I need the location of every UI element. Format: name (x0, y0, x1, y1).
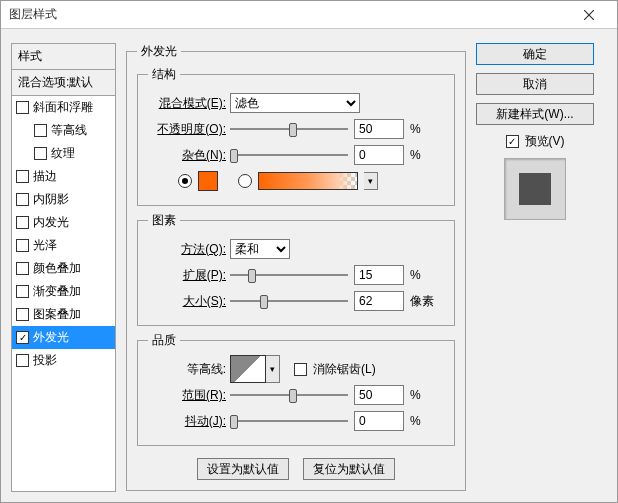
opacity-label: 不透明度(O): (148, 121, 230, 138)
contour-picker[interactable] (230, 355, 266, 383)
preview-checkbox[interactable] (506, 135, 519, 148)
sidebar-subheader[interactable]: 混合选项:默认 (11, 69, 116, 95)
sidebar-item-checkbox[interactable] (16, 239, 29, 252)
elements-legend: 图素 (148, 212, 180, 229)
sidebar-item-3[interactable]: 描边 (12, 165, 115, 188)
quality-legend: 品质 (148, 332, 180, 349)
quality-group: 品质 等高线: ▾ 消除锯齿(L) (137, 332, 455, 446)
gradient-radio[interactable] (238, 174, 252, 188)
sidebar-item-checkbox[interactable] (34, 147, 47, 160)
range-unit: % (410, 388, 421, 402)
size-label: 大小(S): (148, 293, 230, 310)
color-radio[interactable] (178, 174, 192, 188)
sidebar-item-label: 颜色叠加 (33, 260, 81, 277)
outer-glow-panel: 外发光 结构 混合模式(E): 滤色 不透明度(O): % (126, 43, 466, 491)
sidebar-item-checkbox[interactable] (34, 124, 47, 137)
spread-input[interactable] (354, 265, 404, 285)
noise-unit: % (410, 148, 421, 162)
sidebar-item-label: 等高线 (51, 122, 87, 139)
sidebar-item-label: 外发光 (33, 329, 69, 346)
sidebar-item-label: 斜面和浮雕 (33, 99, 93, 116)
sidebar-item-checkbox[interactable] (16, 331, 29, 344)
antialias-checkbox[interactable] (294, 363, 307, 376)
sidebar-item-checkbox[interactable] (16, 308, 29, 321)
noise-input[interactable] (354, 145, 404, 165)
sidebar-item-checkbox[interactable] (16, 216, 29, 229)
sidebar-item-label: 图案叠加 (33, 306, 81, 323)
jitter-label: 抖动(J): (148, 413, 230, 430)
sidebar-item-0[interactable]: 斜面和浮雕 (12, 96, 115, 119)
preview-box (504, 158, 566, 220)
noise-slider[interactable] (230, 145, 348, 165)
sidebar-item-label: 内阴影 (33, 191, 69, 208)
sidebar-item-5[interactable]: 内发光 (12, 211, 115, 234)
sidebar-item-2[interactable]: 纹理 (12, 142, 115, 165)
structure-group: 结构 混合模式(E): 滤色 不透明度(O): % 杂色(N): (137, 66, 455, 206)
sidebar-item-checkbox[interactable] (16, 285, 29, 298)
opacity-unit: % (410, 122, 421, 136)
spread-unit: % (410, 268, 421, 282)
close-button[interactable] (569, 1, 609, 29)
technique-label: 方法(Q): (148, 241, 230, 258)
opacity-input[interactable] (354, 119, 404, 139)
blend-mode-label: 混合模式(E): (148, 95, 230, 112)
contour-dropdown[interactable]: ▾ (266, 355, 280, 383)
titlebar: 图层样式 (1, 1, 617, 29)
close-icon (584, 10, 594, 20)
range-slider[interactable] (230, 385, 348, 405)
noise-label: 杂色(N): (148, 147, 230, 164)
range-label: 范围(R): (148, 387, 230, 404)
style-list: 斜面和浮雕等高线纹理描边内阴影内发光光泽颜色叠加渐变叠加图案叠加外发光投影 (11, 95, 116, 492)
new-style-button[interactable]: 新建样式(W)... (476, 103, 594, 125)
color-swatch[interactable] (198, 171, 218, 191)
jitter-unit: % (410, 414, 421, 428)
sidebar-item-checkbox[interactable] (16, 193, 29, 206)
spread-slider[interactable] (230, 265, 348, 285)
sidebar-item-checkbox[interactable] (16, 354, 29, 367)
sidebar-item-label: 投影 (33, 352, 57, 369)
antialias-label: 消除锯齿(L) (313, 361, 376, 378)
preview-label: 预览(V) (525, 133, 565, 150)
sidebar-item-label: 描边 (33, 168, 57, 185)
technique-select[interactable]: 柔和 (230, 239, 290, 259)
sidebar-header[interactable]: 样式 (11, 43, 116, 69)
jitter-input[interactable] (354, 411, 404, 431)
make-default-button[interactable]: 设置为默认值 (197, 458, 289, 480)
size-unit: 像素 (410, 293, 434, 310)
window-title: 图层样式 (9, 6, 57, 23)
sidebar-item-label: 渐变叠加 (33, 283, 81, 300)
preview-swatch (519, 173, 551, 205)
sidebar-item-1[interactable]: 等高线 (12, 119, 115, 142)
ok-button[interactable]: 确定 (476, 43, 594, 65)
elements-group: 图素 方法(Q): 柔和 扩展(P): % 大小(S): (137, 212, 455, 326)
sidebar-item-checkbox[interactable] (16, 170, 29, 183)
size-input[interactable] (354, 291, 404, 311)
gradient-dropdown[interactable]: ▾ (364, 172, 378, 190)
sidebar-item-10[interactable]: 外发光 (12, 326, 115, 349)
sidebar-item-label: 光泽 (33, 237, 57, 254)
sidebar-item-9[interactable]: 图案叠加 (12, 303, 115, 326)
sidebar-item-11[interactable]: 投影 (12, 349, 115, 372)
sidebar-item-checkbox[interactable] (16, 262, 29, 275)
sidebar-item-checkbox[interactable] (16, 101, 29, 114)
panel-title: 外发光 (137, 43, 181, 60)
sidebar-item-8[interactable]: 渐变叠加 (12, 280, 115, 303)
gradient-swatch[interactable] (258, 172, 358, 190)
structure-legend: 结构 (148, 66, 180, 83)
sidebar-item-label: 内发光 (33, 214, 69, 231)
blend-mode-select[interactable]: 滤色 (230, 93, 360, 113)
sidebar-item-4[interactable]: 内阴影 (12, 188, 115, 211)
contour-label: 等高线: (148, 361, 230, 378)
sidebar-item-6[interactable]: 光泽 (12, 234, 115, 257)
range-input[interactable] (354, 385, 404, 405)
cancel-button[interactable]: 取消 (476, 73, 594, 95)
spread-label: 扩展(P): (148, 267, 230, 284)
layer-style-dialog: 图层样式 样式 混合选项:默认 斜面和浮雕等高线纹理描边内阴影内发光光泽颜色叠加… (0, 0, 618, 503)
sidebar-item-label: 纹理 (51, 145, 75, 162)
jitter-slider[interactable] (230, 411, 348, 431)
opacity-slider[interactable] (230, 119, 348, 139)
right-panel: 确定 取消 新建样式(W)... 预览(V) (476, 43, 594, 492)
sidebar-item-7[interactable]: 颜色叠加 (12, 257, 115, 280)
size-slider[interactable] (230, 291, 348, 311)
reset-default-button[interactable]: 复位为默认值 (303, 458, 395, 480)
